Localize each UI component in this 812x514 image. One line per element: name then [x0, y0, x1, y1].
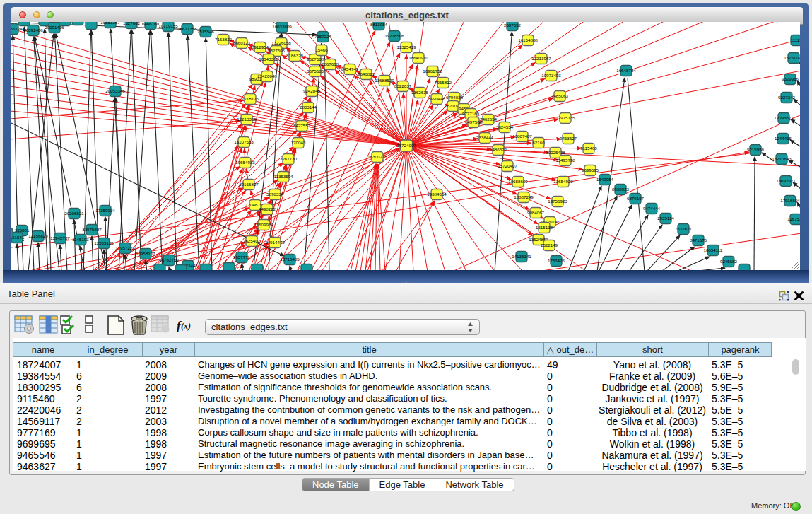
- svg-text:12942737: 12942737: [50, 235, 70, 240]
- svg-text:12156829: 12156829: [28, 233, 48, 238]
- svg-text:16961758: 16961758: [423, 69, 442, 74]
- svg-text:1244415: 1244415: [775, 136, 792, 141]
- svg-text:10688609: 10688609: [508, 179, 528, 184]
- svg-text:9646821: 9646821: [358, 71, 375, 76]
- svg-text:9327505: 9327505: [268, 48, 286, 53]
- svg-text:9245652: 9245652: [720, 259, 738, 264]
- svg-text:18724007: 18724007: [396, 143, 416, 148]
- svg-text:19384554: 19384554: [427, 192, 447, 197]
- svg-text:1486322: 1486322: [490, 147, 507, 152]
- svg-text:16782759: 16782759: [159, 257, 179, 262]
- svg-text:4498222: 4498222: [259, 206, 276, 211]
- svg-text:7625402: 7625402: [243, 238, 261, 243]
- svg-text:8990448: 8990448: [428, 96, 446, 101]
- svg-text:1167534: 1167534: [787, 216, 800, 221]
- svg-text:8427552: 8427552: [293, 123, 311, 128]
- svg-text:1362635: 1362635: [411, 90, 429, 95]
- svg-text:16107553: 16107553: [234, 139, 254, 144]
- svg-text:15609934: 15609934: [254, 222, 273, 227]
- svg-text:2336444: 2336444: [476, 135, 494, 140]
- svg-text:1145193: 1145193: [72, 237, 89, 242]
- svg-text:7163822: 7163822: [215, 37, 233, 42]
- svg-text:13688520: 13688520: [375, 78, 394, 83]
- svg-text:62160: 62160: [532, 140, 545, 145]
- svg-text:14914479: 14914479: [265, 240, 285, 245]
- svg-text:8471676: 8471676: [690, 238, 707, 243]
- svg-text:9329966: 9329966: [782, 76, 799, 81]
- svg-text:15720407: 15720407: [498, 163, 517, 168]
- svg-text:22420046: 22420046: [257, 74, 277, 78]
- svg-text:8322037: 8322037: [394, 83, 412, 88]
- svg-text:6794028: 6794028: [446, 95, 464, 100]
- svg-text:9777169: 9777169: [462, 111, 480, 116]
- svg-text:10654112: 10654112: [703, 247, 723, 252]
- svg-text:16671355: 16671355: [177, 26, 197, 31]
- svg-text:8813054: 8813054: [370, 22, 388, 27]
- svg-text:20206521: 20206521: [64, 211, 84, 216]
- svg-text:2718176: 2718176: [242, 96, 259, 101]
- svg-text:15495798: 15495798: [555, 158, 575, 163]
- svg-text:10807487: 10807487: [512, 134, 532, 139]
- svg-text:5878334: 5878334: [266, 192, 284, 197]
- svg-text:13226058: 13226058: [271, 40, 291, 45]
- svg-text:19166827: 19166827: [239, 182, 259, 187]
- svg-text:11123: 11123: [791, 37, 800, 42]
- svg-text:8912954: 8912954: [252, 45, 269, 49]
- svg-text:7515546: 7515546: [197, 29, 215, 34]
- svg-text:9227342: 9227342: [778, 95, 796, 100]
- svg-text:1527602: 1527602: [123, 22, 141, 25]
- svg-text:10543362: 10543362: [259, 57, 278, 62]
- svg-text:7462654: 7462654: [480, 117, 498, 122]
- svg-text:8186328: 8186328: [286, 53, 304, 58]
- svg-text:9527508: 9527508: [307, 57, 324, 62]
- svg-text:12213369: 12213369: [237, 117, 257, 122]
- svg-text:19756923: 19756923: [548, 199, 567, 204]
- svg-text:9474444: 9474444: [643, 206, 661, 211]
- svg-text:9699695: 9699695: [582, 168, 599, 173]
- svg-text:1733426: 1733426: [548, 258, 565, 263]
- svg-text:17957223: 17957223: [115, 245, 135, 250]
- svg-text:12975135: 12975135: [555, 115, 575, 120]
- svg-text:1615132: 1615132: [536, 225, 553, 230]
- svg-text:8938923: 8938923: [612, 187, 630, 192]
- svg-text:15692971: 15692971: [776, 178, 796, 183]
- svg-text:3675685: 3675685: [307, 69, 324, 74]
- svg-text:2803144: 2803144: [300, 105, 317, 110]
- svg-text:10553267: 10553267: [100, 22, 120, 25]
- svg-text:11353594: 11353594: [273, 174, 293, 179]
- svg-text:2522149: 2522149: [541, 243, 558, 247]
- svg-text:3267130: 3267130: [280, 156, 298, 161]
- svg-text:9242848: 9242848: [303, 88, 321, 93]
- svg-text:10719155: 10719155: [158, 23, 178, 28]
- svg-text:9463627: 9463627: [560, 136, 577, 141]
- svg-text:6466160: 6466160: [142, 22, 160, 26]
- svg-text:3624554: 3624554: [496, 124, 514, 129]
- svg-text:9657771: 9657771: [233, 255, 251, 259]
- svg-text:2087652: 2087652: [504, 23, 522, 28]
- svg-text:16648784: 16648784: [616, 68, 636, 73]
- svg-text:18807249: 18807249: [514, 194, 534, 199]
- svg-text:170043: 170043: [291, 140, 306, 145]
- svg-text:33975887: 33975887: [82, 227, 102, 232]
- svg-text:2935114: 2935114: [657, 216, 674, 221]
- svg-text:(x): (x): [181, 321, 191, 331]
- svg-text:20091406: 20091406: [23, 28, 43, 33]
- svg-text:16154808: 16154808: [518, 37, 538, 42]
- svg-text:8660123: 8660123: [233, 40, 251, 45]
- svg-text:17016504: 17016504: [780, 198, 800, 203]
- svg-text:20053346: 20053346: [105, 88, 125, 93]
- svg-text:1640954: 1640954: [596, 177, 614, 182]
- svg-text:10025438: 10025438: [546, 150, 565, 155]
- svg-text:19654933: 19654933: [235, 160, 255, 165]
- svg-text:19218506: 19218506: [384, 33, 404, 38]
- svg-text:12093872: 12093872: [774, 115, 794, 120]
- svg-text:2867608: 2867608: [322, 62, 339, 66]
- svg-text:10958107: 10958107: [136, 251, 155, 256]
- svg-text:16033809: 16033809: [272, 24, 292, 29]
- svg-text:14136141: 14136141: [512, 254, 531, 259]
- svg-text:15466: 15466: [315, 47, 328, 52]
- svg-text:15300215: 15300215: [367, 154, 387, 159]
- svg-text:17359934: 17359934: [95, 208, 115, 213]
- svg-text:9115460: 9115460: [580, 146, 597, 151]
- svg-text:15716485: 15716485: [280, 257, 300, 262]
